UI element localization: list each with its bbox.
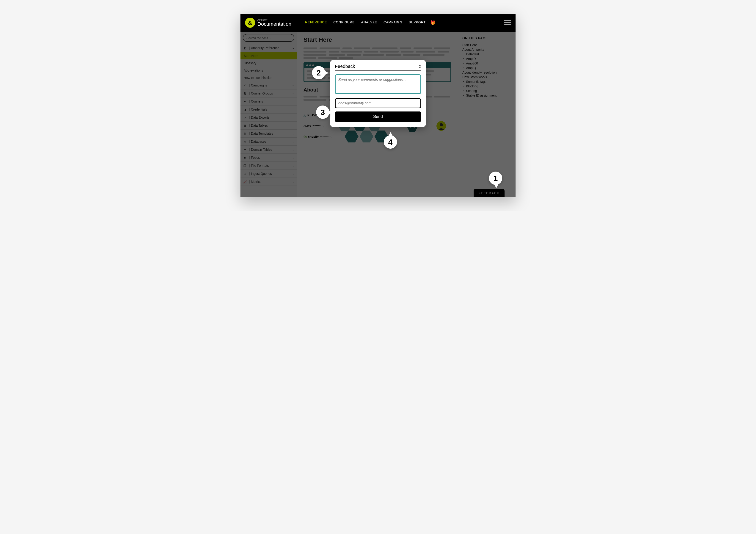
brand-small: Amperity — [257, 18, 291, 21]
callout-3: 3 — [316, 105, 329, 119]
brand-text: Amperity Documentation — [257, 18, 291, 27]
email-input[interactable] — [335, 98, 421, 108]
logo-icon: & — [245, 18, 255, 28]
gift-icon[interactable]: 🎁 — [430, 20, 435, 25]
nav-reference[interactable]: REFERENCE — [305, 20, 327, 25]
callout-1: 1 — [489, 172, 502, 185]
comment-input[interactable] — [335, 74, 421, 94]
hamburger-icon[interactable] — [504, 20, 511, 25]
callout-4: 4 — [384, 135, 397, 149]
app-frame: & Amperity Documentation REFERENCE CONFI… — [240, 14, 516, 197]
nav-campaign[interactable]: CAMPAIGN — [384, 20, 402, 25]
brand-big: Documentation — [257, 21, 291, 27]
modal-title: Feedback — [335, 64, 355, 69]
nav-support[interactable]: SUPPORT — [409, 20, 426, 25]
nav-configure[interactable]: CONFIGURE — [333, 20, 355, 25]
top-nav: REFERENCE CONFIGURE ANALYZE CAMPAIGN SUP… — [305, 20, 426, 25]
send-button[interactable]: Send — [335, 111, 421, 122]
feedback-modal: Feedback x Send — [330, 60, 426, 127]
callout-2: 2 — [312, 66, 325, 79]
header: & Amperity Documentation REFERENCE CONFI… — [240, 14, 516, 32]
nav-analyze[interactable]: ANALYZE — [361, 20, 377, 25]
close-icon[interactable]: x — [419, 64, 421, 69]
